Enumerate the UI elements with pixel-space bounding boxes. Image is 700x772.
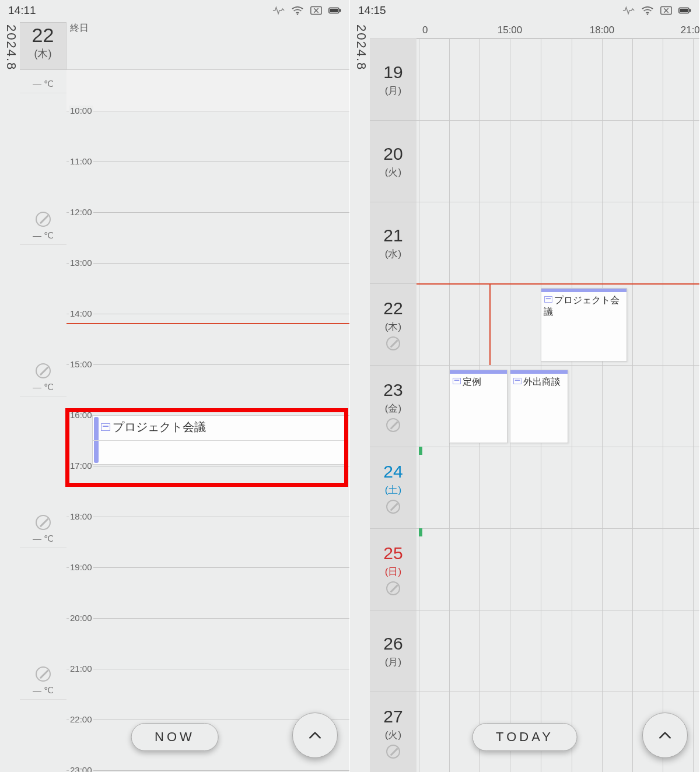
holiday-marker [419, 447, 422, 455]
wifi-icon [641, 5, 654, 16]
hour-row[interactable]: 19:00 [66, 567, 349, 618]
hour-row[interactable]: 10:00 [66, 111, 349, 162]
day-dow: (火) [385, 728, 401, 742]
hour-label: 22:00 [69, 714, 93, 724]
no-data-icon [36, 212, 51, 227]
battery-icon [328, 5, 341, 16]
week-row[interactable] [416, 528, 699, 610]
week-day-cell[interactable]: 27(火) [370, 692, 416, 772]
pulse-icon [272, 5, 285, 16]
time-col-label: 18:00 [590, 24, 615, 36]
phone-day-view: 14:11 2024.8 22 (木) 終日 — ℃ — ℃ — ℃ — ℃ [0, 0, 350, 772]
expand-button[interactable] [642, 713, 688, 758]
day-number: 24 [383, 462, 402, 482]
temp-label: — ℃ [33, 230, 54, 241]
event-title: プロジェクト会議 [544, 294, 626, 318]
time-col-label: 0 [422, 24, 428, 36]
event-title: プロジェクト会議 [101, 419, 206, 435]
weather-column: — ℃ — ℃ — ℃ — ℃ — ℃ [20, 70, 66, 772]
hour-label: 11:00 [69, 156, 93, 166]
hour-row[interactable]: 11:00 [66, 162, 349, 212]
weather-cell: — ℃ [20, 548, 66, 700]
hour-row[interactable]: 14:00 [66, 314, 349, 364]
allday-label: 終日 [70, 22, 89, 34]
svg-point-5 [647, 13, 648, 15]
day-number: 22 [383, 299, 402, 318]
hour-row[interactable]: 12:00 [66, 212, 349, 263]
hour-row[interactable]: 20:00 [66, 618, 349, 669]
day-number: 19 [383, 62, 402, 82]
now-line [66, 323, 349, 324]
no-data-icon [386, 336, 400, 350]
today-button[interactable]: TODAY [472, 723, 578, 751]
pulse-icon [622, 5, 635, 16]
no-data-icon [386, 500, 400, 514]
status-icons [622, 5, 691, 16]
svg-rect-3 [330, 9, 338, 12]
temp-label: — ℃ [33, 534, 54, 544]
holiday-marker [419, 528, 422, 536]
day-number: 22 [20, 24, 66, 47]
day-dow: (金) [385, 402, 401, 415]
day-grid[interactable]: 10:00 11:00 12:00 13:00 14:00 15:00 16:0… [66, 70, 349, 772]
hour-row[interactable]: 18:00 [66, 517, 349, 567]
week-grid[interactable]: プロジェクト会議 定例 外出商談 [416, 38, 699, 772]
day-dow: (木) [20, 47, 66, 61]
week-row[interactable] [416, 38, 699, 120]
day-number: 26 [383, 634, 402, 654]
expand-button[interactable] [292, 713, 338, 758]
hour-label: 19:00 [69, 562, 93, 572]
week-row[interactable] [416, 610, 699, 692]
event-block[interactable]: プロジェクト会議 [541, 288, 627, 362]
hour-label: 18:00 [69, 511, 93, 521]
chevron-up-icon [657, 728, 673, 743]
day-number: 20 [383, 144, 402, 164]
week-row[interactable] [416, 447, 699, 528]
chevron-up-icon [307, 728, 323, 743]
now-button[interactable]: NOW [131, 723, 219, 751]
hour-row[interactable]: 15:00 [66, 364, 349, 415]
week-day-cell[interactable]: 20(火) [370, 120, 416, 202]
week-row[interactable] [416, 120, 699, 202]
event-color-bar [450, 370, 507, 374]
day-number: 27 [383, 707, 402, 727]
hour-row[interactable]: 21:00 [66, 669, 349, 720]
event-block[interactable]: プロジェクト会議 [92, 415, 347, 465]
no-data-icon [386, 581, 400, 595]
week-row[interactable] [416, 202, 699, 283]
allday-row[interactable] [66, 22, 349, 70]
week-day-cell[interactable]: 19(月) [370, 38, 416, 120]
hour-label: 20:00 [69, 613, 93, 623]
calendar-icon [453, 378, 461, 384]
hour-label: 17:00 [69, 461, 93, 471]
event-block[interactable]: 外出商談 [510, 370, 568, 443]
week-day-cell[interactable]: 24(土) [370, 447, 416, 528]
status-time: 14:11 [8, 4, 36, 17]
day-dow: (月) [385, 84, 401, 97]
day-dow: (木) [385, 320, 401, 334]
event-block[interactable]: 定例 [449, 370, 508, 443]
calendar-icon [513, 378, 522, 384]
side-year-label: 2024.8 [354, 24, 369, 71]
hour-row[interactable]: 13:00 [66, 263, 349, 314]
week-day-cell[interactable]: 23(金) [370, 365, 416, 447]
status-icons [272, 5, 341, 16]
day-header[interactable]: 22 (木) [20, 22, 66, 70]
status-bar: 14:11 [0, 0, 349, 21]
calendar-icon [101, 423, 110, 431]
day-number: 21 [383, 226, 402, 245]
hour-row[interactable]: 17:00 [66, 466, 349, 517]
day-dow: (水) [385, 247, 401, 261]
day-dow: (日) [385, 565, 401, 578]
week-day-cell[interactable]: 22(木) [370, 283, 416, 365]
calendar-icon [544, 296, 552, 303]
week-day-cell[interactable]: 21(水) [370, 202, 416, 283]
no-data-icon [36, 515, 51, 530]
close-box-icon [660, 5, 673, 16]
hour-label: 12:00 [69, 207, 93, 217]
side-year-label: 2024.8 [4, 24, 19, 71]
week-day-cell[interactable]: 26(月) [370, 610, 416, 692]
hour-label: 15:00 [69, 359, 93, 369]
no-data-icon [386, 745, 400, 759]
week-day-cell[interactable]: 25(日) [370, 528, 416, 610]
